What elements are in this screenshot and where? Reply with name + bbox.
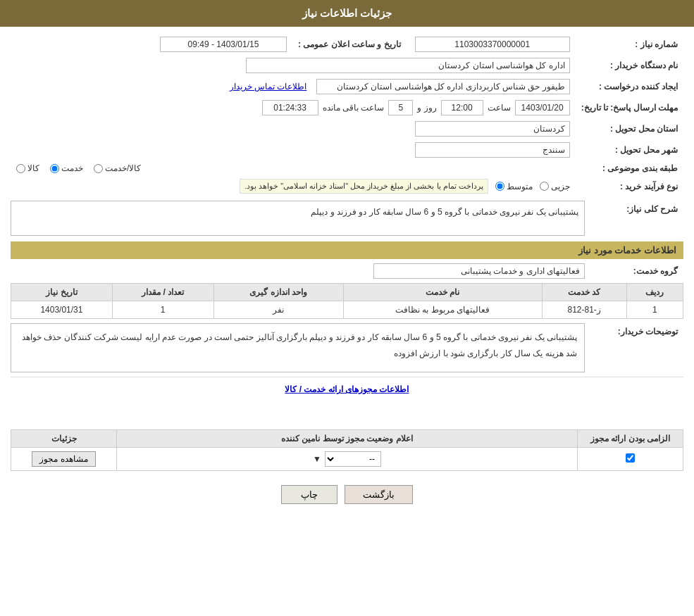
need-number-label: شماره نیاز : bbox=[576, 34, 683, 55]
category-radio-kala-khedmat[interactable]: کالا/خدمت bbox=[94, 163, 141, 173]
announcement-date-label: تاریخ و ساعت اعلان عمومی : bbox=[292, 34, 407, 55]
category-label: طبقه بندی موضوعی : bbox=[576, 161, 683, 176]
action-buttons: بازگشت چاپ bbox=[11, 474, 683, 515]
permit-section-link[interactable]: اطلاعات مجوزهای ارائه خدمت / کالا bbox=[11, 381, 683, 398]
day-label: روز و bbox=[417, 103, 436, 113]
service-name: فعالیتهای مربوط به نظافت bbox=[343, 301, 542, 319]
col-code: کد خدمت bbox=[542, 284, 626, 301]
permit-col-details: جزئیات bbox=[11, 430, 117, 448]
time-label: ساعت bbox=[488, 103, 511, 113]
col-unit: واحد اندازه گیری bbox=[213, 284, 343, 301]
row-number: 1 bbox=[626, 301, 683, 319]
contact-link[interactable]: اطلاعات تماس خریدار bbox=[230, 82, 307, 92]
creator-value: طیفور حق شناس کاربردازی اداره کل هواشناس… bbox=[316, 79, 570, 94]
deadline-date: 1403/01/20 bbox=[515, 100, 570, 115]
service-unit: نفر bbox=[213, 301, 343, 319]
col-row: ردیف bbox=[626, 284, 683, 301]
announcement-date-value: 1403/01/15 - 09:49 bbox=[160, 37, 287, 52]
process-radio-jozii[interactable]: جزیی bbox=[540, 182, 570, 191]
service-qty: 1 bbox=[112, 301, 213, 319]
permit-checkbox[interactable] bbox=[626, 453, 635, 463]
day-value: 5 bbox=[388, 100, 413, 115]
chevron-down-icon: ▼ bbox=[313, 454, 321, 464]
buyer-note-label: توضیحات خریدار: bbox=[585, 323, 683, 340]
back-button[interactable]: بازگشت bbox=[345, 485, 413, 504]
service-code: ز-81-812 bbox=[542, 301, 626, 319]
service-group-label: گروه خدمت: bbox=[585, 263, 683, 279]
buyer-org-label: نام دستگاه خریدار : bbox=[576, 55, 683, 76]
process-note: پرداخت تمام یا بخشی از مبلغ خریداز محل "… bbox=[240, 179, 488, 194]
city-label: شهر محل تحویل : bbox=[576, 139, 683, 161]
process-radio-motavaset[interactable]: متوسط bbox=[495, 182, 533, 191]
buyer-org-value: اداره کل هواشناسی استان کردستان bbox=[246, 58, 570, 73]
services-table: ردیف کد خدمت نام خدمت واحد اندازه گیری ت… bbox=[11, 283, 683, 319]
need-desc-value: پشتیبانی یک نفر نیروی خدماتی با گروه 5 و… bbox=[11, 201, 585, 236]
view-permit-button[interactable]: مشاهده مجوز bbox=[32, 451, 95, 467]
col-date: تاریخ نیاز bbox=[11, 284, 113, 301]
permit-status-select[interactable]: -- bbox=[325, 451, 381, 467]
category-radio-kala[interactable]: کالا bbox=[16, 163, 39, 173]
permit-col-status: اعلام وضعیت مجوز توسط نامین کننده bbox=[117, 430, 578, 448]
deadline-time: 12:00 bbox=[441, 100, 483, 115]
city-value: سنندج bbox=[415, 142, 570, 158]
table-row: 1 ز-81-812 فعالیتهای مربوط به نظافت نفر … bbox=[11, 301, 683, 319]
province-label: استان محل تحویل : bbox=[576, 118, 683, 139]
remaining-value: 01:24:33 bbox=[262, 100, 318, 115]
permit-status: -- ▼ bbox=[117, 448, 578, 471]
permit-table: الزامی بودن ارائه مجوز اعلام وضعیت مجوز … bbox=[11, 429, 683, 471]
buyer-note-value: پشتیبانی یک نفر نیروی خدماتی با گروه 5 و… bbox=[11, 323, 585, 372]
category-radio-khedmat[interactable]: خدمت bbox=[50, 163, 83, 173]
need-desc-label: شرح کلی نیاز: bbox=[585, 201, 683, 218]
permit-row: -- ▼ مشاهده مجوز bbox=[11, 448, 683, 471]
process-label: نوع فرآیند خرید : bbox=[576, 176, 683, 196]
page-header: جزئیات اطلاعات نیاز bbox=[0, 0, 694, 27]
col-name: نام خدمت bbox=[343, 284, 542, 301]
print-button[interactable]: چاپ bbox=[281, 485, 337, 504]
need-number-value: 1103003370000001 bbox=[415, 37, 570, 52]
col-qty: تعداد / مقدار bbox=[112, 284, 213, 301]
service-group-value: فعالیتهای اداری و خدمات پشتیبانی bbox=[373, 263, 585, 279]
reply-deadline-label: مهلت ارسال پاسخ: تا تاریخ: bbox=[576, 97, 683, 118]
service-date: 1403/01/31 bbox=[11, 301, 113, 319]
page-title: جزئیات اطلاعات نیاز bbox=[302, 7, 392, 19]
province-value: کردستان bbox=[415, 121, 570, 137]
permit-col-mandatory: الزامی بودن ارائه مجوز bbox=[578, 430, 683, 448]
permit-mandatory bbox=[578, 448, 683, 471]
permit-details: مشاهده مجوز bbox=[11, 448, 117, 471]
remaining-label: ساعت باقی مانده bbox=[323, 103, 385, 113]
service-info-title: اطلاعات خدمات مورد نیاز bbox=[11, 241, 683, 259]
creator-label: ایجاد کننده درخواست : bbox=[576, 76, 683, 97]
